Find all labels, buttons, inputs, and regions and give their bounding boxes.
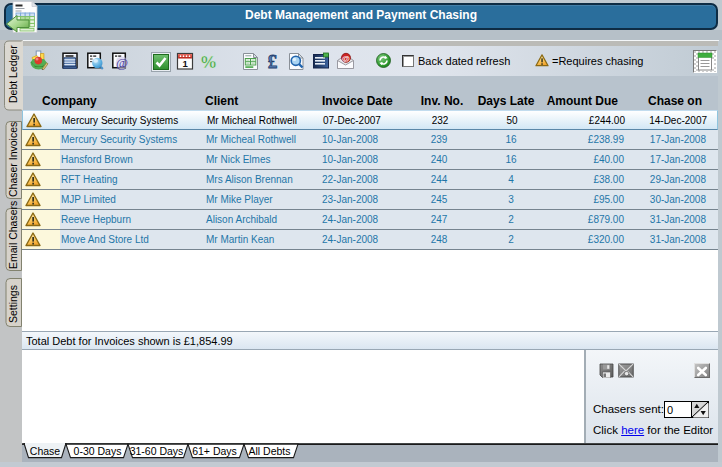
svg-text:Chase: Chase (30, 445, 61, 457)
svg-text:1: 1 (183, 58, 189, 69)
svg-text:@: @ (116, 55, 128, 70)
svg-text:@: @ (342, 54, 350, 63)
svg-text:£: £ (268, 52, 278, 71)
svg-text:Settings: Settings (7, 285, 19, 323)
svg-text:All Debts: All Debts (248, 445, 290, 457)
svg-text:Debt Ledger: Debt Ledger (7, 45, 19, 103)
svg-text:31-60 Days: 31-60 Days (130, 445, 184, 457)
svg-text:Chaser Invoices: Chaser Invoices (7, 122, 19, 197)
svg-text:61+ Days: 61+ Days (192, 445, 237, 457)
svg-text:0-30 Days: 0-30 Days (74, 445, 122, 457)
svg-text:Email Chasers: Email Chasers (7, 201, 19, 269)
svg-text:%: % (201, 53, 216, 72)
